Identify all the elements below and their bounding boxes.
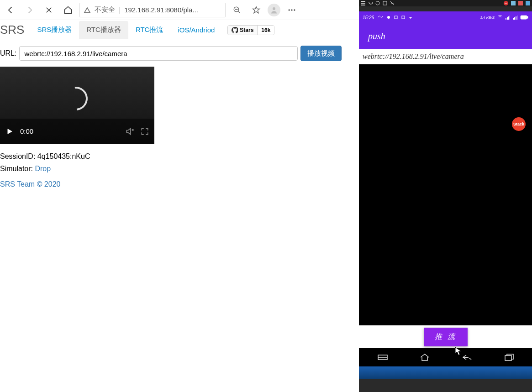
home-button[interactable] <box>60 2 76 18</box>
back-button[interactable] <box>3 2 18 18</box>
session-id-label: SessionID: <box>0 152 35 160</box>
play-video-button[interactable]: 播放视频 <box>300 46 342 61</box>
svg-rect-24 <box>517 16 517 20</box>
svg-rect-17 <box>506 18 506 20</box>
battery-icon <box>520 15 528 20</box>
video-player[interactable]: 0:00 <box>0 67 154 144</box>
svg-rect-21 <box>513 18 514 20</box>
address-bar[interactable]: 不安全 | 192.168.2.91:8080/pla... <box>79 3 226 17</box>
phone-nav-bar <box>359 348 532 366</box>
url-label: URL: <box>0 49 16 57</box>
loading-spinner <box>59 82 92 115</box>
mute-icon[interactable] <box>125 127 134 136</box>
task-icon[interactable] <box>504 1 508 5</box>
mirror-taskbar <box>359 0 532 6</box>
task-icon[interactable] <box>390 1 395 5</box>
svg-point-4 <box>294 9 295 10</box>
signal-icon <box>506 15 510 20</box>
phone-status-bar: 15:26 1.4 KB/S <box>359 11 532 23</box>
task-icon[interactable] <box>383 1 387 5</box>
recent-nav-icon[interactable] <box>505 354 514 361</box>
page-content: SRS SRS播放器 RTC播放器 RTC推流 iOS/Andriod Star… <box>0 20 359 392</box>
video-time: 0:00 <box>20 127 33 135</box>
github-icon <box>232 27 238 33</box>
stream-url-input[interactable] <box>19 46 298 61</box>
box-icon <box>394 16 398 19</box>
svg-rect-5 <box>361 1 365 2</box>
security-label: 不安全 <box>95 5 115 14</box>
url-input-row: URL: 播放视频 <box>0 40 359 67</box>
svg-rect-27 <box>521 16 527 19</box>
brand-logo: SRS <box>0 23 30 37</box>
svg-rect-22 <box>514 17 515 20</box>
task-icon[interactable] <box>375 1 380 5</box>
infinity-icon <box>378 16 383 19</box>
wifi-icon <box>497 15 503 20</box>
footer-link[interactable]: SRS Team © 2020 <box>0 175 359 188</box>
session-id-value: 4q150435:nKuC <box>37 152 90 160</box>
tab-rtc-player[interactable]: RTC播放器 <box>79 21 128 39</box>
stars-count: 16k <box>258 26 274 35</box>
app-title: push <box>368 31 385 42</box>
task-icon[interactable] <box>368 1 373 5</box>
svg-rect-18 <box>507 17 508 20</box>
svg-rect-20 <box>510 16 510 20</box>
desktop-taskbar-strip <box>359 366 532 379</box>
svg-point-8 <box>376 1 379 5</box>
svg-point-1 <box>273 7 275 10</box>
more-menu-button[interactable] <box>284 2 300 18</box>
svg-point-2 <box>289 9 290 10</box>
dot-icon <box>387 16 390 19</box>
warning-icon <box>84 6 91 14</box>
menu-nav-icon[interactable] <box>378 354 388 361</box>
simulator-drop-link[interactable]: Drop <box>35 165 51 172</box>
phone-speed: 1.4 KB/S <box>480 16 495 20</box>
phone-video-area: Stack <box>359 64 532 325</box>
svg-rect-13 <box>526 1 530 5</box>
stop-button[interactable] <box>41 2 57 18</box>
session-info: SessionID: 4q150435:nKuC Simulator: Drop <box>0 144 359 175</box>
svg-rect-9 <box>383 1 387 5</box>
tab-ios-android[interactable]: iOS/Andriod <box>170 21 222 38</box>
task-icon[interactable] <box>511 1 516 5</box>
task-icon[interactable] <box>518 1 523 5</box>
svg-rect-16 <box>402 16 405 19</box>
phone-button-row: 推 流 <box>359 325 532 348</box>
push-stream-button[interactable]: 推 流 <box>424 328 468 346</box>
svg-rect-11 <box>511 1 516 5</box>
tab-srs-player[interactable]: SRS播放器 <box>30 21 79 39</box>
phone-url-field[interactable]: webrtc://192.168.2.91/live/camera <box>359 49 532 64</box>
svg-rect-19 <box>508 16 509 20</box>
down-icon <box>409 16 412 19</box>
phone-url-text: webrtc://192.168.2.91/live/camera <box>363 52 464 61</box>
svg-rect-15 <box>395 16 397 19</box>
stack-floating-button[interactable]: Stack <box>512 117 526 131</box>
github-stars-badge[interactable]: Stars 16k <box>227 25 274 35</box>
app-title-bar: push <box>359 23 532 49</box>
stars-label: Stars <box>240 27 253 33</box>
stack-label: Stack <box>513 122 524 126</box>
task-icon[interactable] <box>526 1 530 5</box>
simulator-label: Simulator: <box>0 165 33 172</box>
video-controls: 0:00 <box>0 119 154 144</box>
svg-rect-29 <box>505 355 511 361</box>
svg-point-3 <box>291 9 292 10</box>
task-icon[interactable] <box>361 1 365 5</box>
favorites-button[interactable] <box>248 2 264 18</box>
forward-button[interactable] <box>22 2 37 18</box>
play-icon[interactable] <box>5 127 14 136</box>
tab-rtc-push[interactable]: RTC推流 <box>128 21 171 39</box>
svg-rect-12 <box>518 1 523 5</box>
svg-rect-26 <box>527 16 528 18</box>
svg-rect-6 <box>361 3 365 4</box>
phone-mirror-pane: 15:26 1.4 KB/S push webrtc://192.168.2.9… <box>359 0 532 392</box>
box-icon <box>401 16 405 19</box>
svg-rect-7 <box>361 5 365 5</box>
back-nav-icon[interactable] <box>462 354 473 361</box>
profile-avatar[interactable] <box>268 4 280 16</box>
fullscreen-icon[interactable] <box>141 127 149 136</box>
zoom-out-button[interactable] <box>229 2 245 18</box>
url-display: 192.168.2.91:8080/pla... <box>124 6 198 14</box>
signal-icon <box>513 15 517 20</box>
home-nav-icon[interactable] <box>420 353 430 361</box>
